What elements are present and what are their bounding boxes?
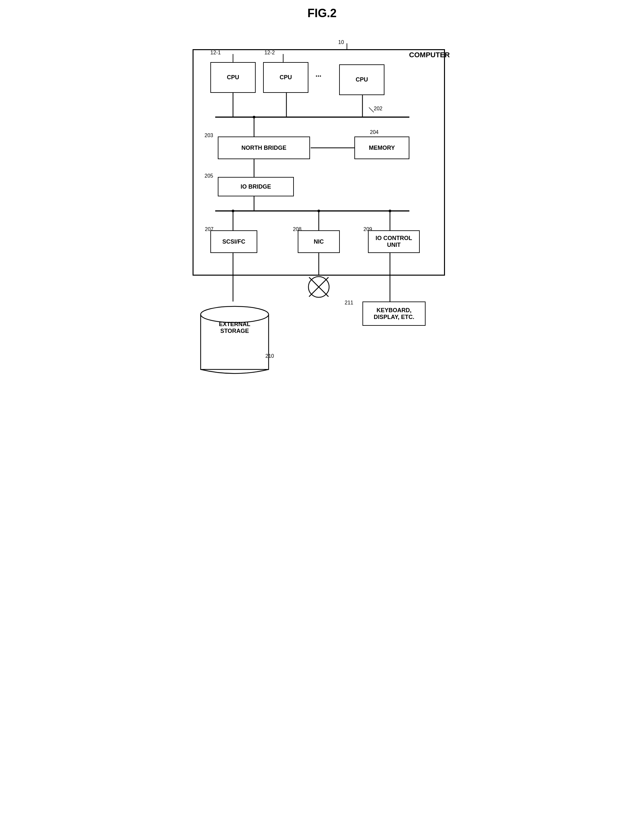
diagram-area: COMPUTER 10 [183, 30, 461, 386]
ellipsis: ··· [316, 72, 321, 81]
io-control-box: IO CONTROL UNIT [368, 230, 420, 253]
memory-label: MEMORY [369, 145, 395, 151]
cpu2-box: CPU [263, 62, 308, 93]
ref-202: 202 [374, 106, 382, 112]
nic-box: NIC [298, 230, 340, 253]
keyboard-label: KEYBOARD, DISPLAY, ETC. [374, 307, 414, 321]
cpu1-box: CPU [210, 62, 256, 93]
scsi-label: SCSI/FC [222, 238, 245, 245]
network-symbol [307, 276, 330, 298]
memory-box: MEMORY [354, 137, 409, 159]
page: FIG.2 COMPUTER 10 [176, 6, 468, 386]
svg-point-27 [201, 306, 269, 323]
cpun-label: CPU [356, 76, 368, 83]
cpun-box: CPU [339, 65, 385, 95]
ref-12-2: 12-2 [264, 50, 275, 56]
north-bridge-box: NORTH BRIDGE [218, 137, 310, 159]
cpu2-label: CPU [280, 74, 292, 81]
figure-title: FIG.2 [176, 6, 468, 20]
scsi-box: SCSI/FC [210, 230, 257, 253]
computer-label: COMPUTER [409, 51, 450, 59]
io-bridge-box: IO BRIDGE [218, 177, 294, 196]
io-bridge-label: IO BRIDGE [240, 183, 271, 190]
external-storage-cylinder [199, 302, 270, 376]
keyboard-box: KEYBOARD, DISPLAY, ETC. [362, 302, 426, 326]
nic-label: NIC [314, 238, 324, 245]
north-bridge-label: NORTH BRIDGE [241, 145, 286, 151]
io-control-label: IO CONTROL UNIT [376, 235, 412, 249]
ref-205: 205 [204, 173, 213, 179]
ref-12-1: 12-1 [210, 50, 221, 56]
external-storage-label: EXTERNAL STORAGE [202, 321, 267, 335]
cpu1-label: CPU [227, 74, 239, 81]
ref-204: 204 [370, 129, 379, 135]
ref-10: 10 [338, 39, 344, 45]
ref-210: 210 [265, 353, 274, 359]
ref-211: 211 [345, 300, 353, 306]
ref-203: 203 [204, 133, 213, 139]
